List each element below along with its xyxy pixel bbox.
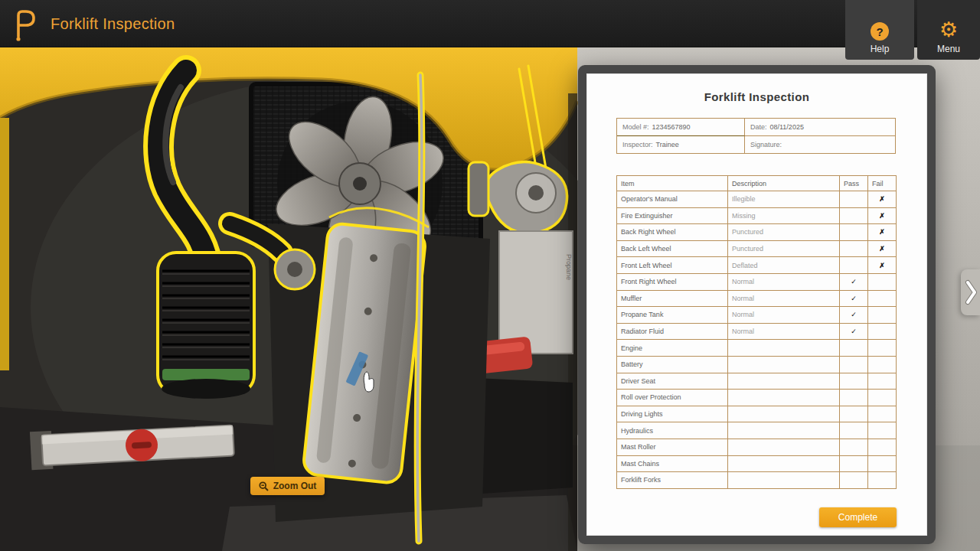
item-cell: Mast Chains xyxy=(617,455,728,472)
table-row: Mast Chains xyxy=(617,455,897,472)
table-row: Forklift Forks xyxy=(617,472,897,489)
fail-cell[interactable] xyxy=(868,373,897,390)
table-row: Propane TankNormal✓ xyxy=(617,307,897,324)
table-header-row: Item Description Pass Fail xyxy=(617,176,897,191)
description-cell: Missing xyxy=(728,207,840,224)
description-cell xyxy=(728,439,840,455)
description-cell: Normal xyxy=(728,323,840,340)
pass-cell[interactable] xyxy=(840,439,868,455)
table-row: Fire ExtinguisherMissing✗ xyxy=(617,207,897,224)
description-cell xyxy=(728,356,840,373)
item-cell: Battery xyxy=(617,356,728,373)
description-cell: Illegible xyxy=(728,191,840,208)
fail-cell[interactable] xyxy=(868,323,897,340)
item-cell: Engine xyxy=(617,340,728,357)
fail-cell[interactable]: ✗ xyxy=(868,257,897,274)
fail-cell[interactable] xyxy=(868,273,897,290)
fail-cell[interactable] xyxy=(868,356,897,373)
pass-cell[interactable]: ✓ xyxy=(840,290,868,307)
inspector-label: Inspector: xyxy=(622,141,653,148)
help-label: Help xyxy=(871,44,890,54)
description-cell xyxy=(728,422,840,439)
item-cell: Fire Extinguisher xyxy=(617,207,728,224)
fail-cell[interactable] xyxy=(868,455,897,472)
fail-cell[interactable]: ✗ xyxy=(868,224,897,241)
pass-cell[interactable] xyxy=(840,406,868,422)
table-row: Engine xyxy=(617,340,897,357)
pass-cell[interactable] xyxy=(840,240,868,257)
table-row: Driving Lights xyxy=(617,406,897,422)
pass-cell[interactable]: ✓ xyxy=(840,273,868,290)
description-cell: Normal xyxy=(728,307,840,324)
checklist-table-body: Operator's ManualIllegible✗Fire Extingui… xyxy=(617,191,897,489)
app-title: Forklift Inspection xyxy=(51,0,175,47)
signature-field: Signature: xyxy=(745,136,895,154)
table-row: Mast Roller xyxy=(617,439,897,455)
top-bar: Forklift Inspection ? Help ⚙ Menu xyxy=(0,0,980,47)
fail-cell[interactable]: ✗ xyxy=(868,191,897,208)
table-row: Battery xyxy=(617,356,897,373)
app-logo-icon xyxy=(8,6,41,41)
air-filter[interactable] xyxy=(158,253,254,399)
item-cell: Forklift Forks xyxy=(617,472,728,489)
fail-cell[interactable] xyxy=(868,472,897,489)
inspector-field: Inspector: Trainee xyxy=(617,136,745,154)
fail-cell[interactable] xyxy=(868,390,897,406)
panel-expand-tab[interactable] xyxy=(961,269,980,315)
model-value: 1234567890 xyxy=(652,123,691,131)
zoom-out-label: Zoom Out xyxy=(273,481,317,491)
description-cell xyxy=(728,472,840,489)
sheet-title: Forklift Inspection xyxy=(586,90,927,103)
item-cell: Back Left Wheel xyxy=(617,240,728,257)
magnifier-minus-icon xyxy=(259,481,269,491)
pass-cell[interactable] xyxy=(840,224,868,241)
fail-cell[interactable]: ✗ xyxy=(868,240,897,257)
fail-cell[interactable] xyxy=(868,340,897,357)
pass-cell[interactable] xyxy=(840,356,868,373)
model-field: Model #: 1234567890 xyxy=(617,119,745,136)
table-row: Radiator FluidNormal✓ xyxy=(617,323,897,340)
description-cell xyxy=(728,406,840,422)
pass-cell[interactable] xyxy=(840,390,868,406)
col-fail: Fail xyxy=(868,176,897,191)
fail-cell[interactable] xyxy=(868,307,897,324)
complete-button[interactable]: Complete xyxy=(819,507,897,527)
water-pump[interactable] xyxy=(275,249,315,289)
pass-cell[interactable] xyxy=(840,191,868,208)
pass-cell[interactable] xyxy=(840,455,868,472)
item-cell: Driving Lights xyxy=(617,406,728,422)
description-cell: Punctured xyxy=(728,240,840,257)
fail-cell[interactable] xyxy=(868,422,897,439)
description-cell xyxy=(728,390,840,406)
description-cell xyxy=(728,455,840,472)
fail-cell[interactable] xyxy=(868,290,897,307)
pass-cell[interactable] xyxy=(840,373,868,390)
table-row: Operator's ManualIllegible✗ xyxy=(617,191,897,208)
signature-label: Signature: xyxy=(750,141,782,148)
table-row: MufflerNormal✓ xyxy=(617,290,897,307)
pass-cell[interactable] xyxy=(840,340,868,357)
battery-box xyxy=(499,231,573,354)
col-description: Description xyxy=(728,176,840,191)
table-row: Front Left WheelDeflated✗ xyxy=(617,257,897,274)
chevron-right-icon xyxy=(965,279,977,305)
pass-cell[interactable]: ✓ xyxy=(840,323,868,340)
pass-cell[interactable] xyxy=(840,422,868,439)
zoom-out-button[interactable]: Zoom Out xyxy=(250,477,325,495)
pass-cell[interactable]: ✓ xyxy=(840,307,868,324)
table-row: Driver Seat xyxy=(617,373,897,390)
item-cell: Operator's Manual xyxy=(617,191,728,208)
table-row: Back Left WheelPunctured✗ xyxy=(617,240,897,257)
menu-button[interactable]: ⚙ Menu xyxy=(917,0,980,60)
table-row: Front Right WheelNormal✓ xyxy=(617,273,897,290)
item-cell: Driver Seat xyxy=(617,373,728,390)
fail-cell[interactable]: ✗ xyxy=(868,207,897,224)
clipboard-panel: Forklift Inspection Model #: 1234567890 … xyxy=(578,65,936,544)
item-cell: Front Right Wheel xyxy=(617,273,728,290)
pass-cell[interactable] xyxy=(840,207,868,224)
fail-cell[interactable] xyxy=(868,439,897,455)
pass-cell[interactable] xyxy=(840,257,868,274)
pass-cell[interactable] xyxy=(840,472,868,489)
fail-cell[interactable] xyxy=(868,406,897,422)
help-button[interactable]: ? Help xyxy=(845,0,914,60)
